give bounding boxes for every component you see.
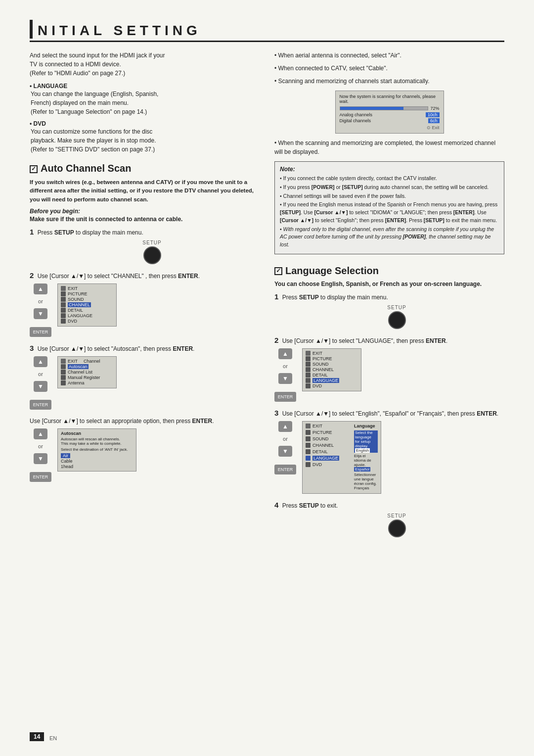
screen-step3b: Autoscan Autoscan will rescan all channe… bbox=[57, 428, 136, 472]
lang-step-1: 1 Press SETUP to display the main menu. … bbox=[274, 292, 504, 329]
lang-setup-illustration-4: SETUP bbox=[289, 513, 504, 537]
lang-up-arrow-3: ▲ bbox=[278, 421, 292, 432]
language-selection-heading: Language Selection bbox=[274, 265, 504, 277]
step-1: 1 Press SETUP to display the main menu. … bbox=[30, 228, 260, 264]
screen-row-exit: EXIT bbox=[61, 286, 113, 291]
step-2-illustration: ▲ or ▼ ENTER EXIT PIC bbox=[30, 284, 260, 337]
enter-button-3b: ENTER bbox=[30, 472, 51, 482]
lang-enter-button: ENTER bbox=[274, 392, 296, 402]
page-number: 14 bbox=[30, 732, 44, 741]
scan-exit: ⊙ Exit bbox=[340, 125, 440, 130]
down-arrow-3: ▼ bbox=[34, 381, 47, 392]
dvd-bullet: • DVD You can customize some functions f… bbox=[30, 120, 260, 154]
warning-text: If you switch wires (e.g., between anten… bbox=[30, 178, 260, 204]
down-arrow-3b: ▼ bbox=[34, 453, 47, 464]
lang-step-4: 4 Press SETUP to exit. SETUP bbox=[274, 501, 504, 537]
scan-complete-text: • When the scanning and memorizing are c… bbox=[274, 139, 504, 156]
lang-up-arrow: ▲ bbox=[278, 348, 292, 359]
lang-step2-illustration: ▲ or ▼ ENTER EXIT PICTURE bbox=[274, 348, 504, 402]
right-column: • When aerial antenna is connected, sele… bbox=[274, 51, 504, 544]
lang-down-arrow: ▼ bbox=[278, 373, 292, 384]
lang-step3-illustration: ▲ or ▼ ENTER EXIT PICTURE SOUND bbox=[274, 421, 504, 494]
setup-illustration-1: SETUP bbox=[44, 240, 260, 264]
lang-down-arrow-3: ▼ bbox=[278, 446, 292, 457]
before-begin: Before you begin: bbox=[30, 208, 260, 215]
setup-button-icon bbox=[143, 246, 161, 264]
lang-step-3: 3 Use [Cursor ▲/▼] to select "English", … bbox=[274, 409, 504, 494]
lang-setup-button-icon-4 bbox=[388, 520, 406, 537]
up-arrow-3b: ▲ bbox=[34, 428, 47, 439]
lang-step3-controls: ▲ or ▼ ENTER bbox=[274, 421, 296, 474]
step-3b-illustration: ▲ or ▼ ENTER Autoscan Autoscan will resc… bbox=[30, 428, 260, 482]
language-bullet: • LANGUAGE You can change the language (… bbox=[30, 83, 260, 116]
note-box: Note: If you connect the cable system di… bbox=[274, 161, 504, 254]
screen-step3: EXIT Channel Autoscan Channel List bbox=[57, 356, 117, 388]
step-2-controls: ▲ or ▼ ENTER bbox=[30, 284, 51, 337]
lang-screen-step3: EXIT PICTURE SOUND CHANNEL DETAIL LANGUA… bbox=[302, 421, 381, 494]
lang-screen-step2: EXIT PICTURE SOUND CHANNEL bbox=[302, 348, 361, 391]
step-3: 3 Use [Cursor ▲/▼] to select "Autoscan",… bbox=[30, 344, 260, 410]
lang-step-2: 2 Use [Cursor ▲/▼] to select "LANGUAGE",… bbox=[274, 336, 504, 402]
analog-channels-row: Analog channels 10ch bbox=[340, 112, 440, 117]
lang-enter-button-3: ENTER bbox=[274, 465, 296, 474]
screen-step2: EXIT PICTURE SOUND CHANNEL bbox=[57, 284, 117, 327]
digital-channels-row: Digital channels 6ch bbox=[340, 118, 440, 123]
step-3-illustration: ▲ or ▼ ENTER EXIT Channel bbox=[30, 356, 260, 410]
page: NITIAL SETTING And select the sound inpu… bbox=[0, 0, 534, 756]
right-intro-bullets: • When aerial antenna is connected, sele… bbox=[274, 51, 504, 86]
intro-text: And select the sound input for the HDMI … bbox=[30, 51, 260, 78]
lang-step2-controls: ▲ or ▼ ENTER bbox=[274, 348, 296, 402]
lang-setup-button-icon bbox=[388, 311, 406, 329]
main-content: And select the sound input for the HDMI … bbox=[30, 51, 504, 544]
progress-row: 72% bbox=[340, 106, 440, 111]
step-3b-controls: ▲ or ▼ ENTER bbox=[30, 428, 51, 482]
step-2: 2 Use [Cursor ▲/▼] to select "CHANNEL" ,… bbox=[30, 271, 260, 337]
checkbox-icon bbox=[30, 165, 38, 173]
enter-button: ENTER bbox=[30, 327, 51, 337]
lang-setup-illustration: SETUP bbox=[289, 305, 504, 329]
page-header: NITIAL SETTING bbox=[30, 20, 504, 42]
step-3b: Use [Cursor ▲/▼] to select an appropriat… bbox=[30, 417, 260, 482]
progress-bar bbox=[340, 106, 429, 110]
up-arrow-3: ▲ bbox=[34, 356, 47, 367]
header-bar bbox=[30, 20, 33, 39]
up-arrow: ▲ bbox=[34, 284, 47, 294]
step-3-controls: ▲ or ▼ ENTER bbox=[30, 356, 51, 410]
left-column: And select the sound input for the HDMI … bbox=[30, 51, 260, 544]
page-en: EN bbox=[49, 735, 57, 741]
auto-channel-scan-heading: Auto Channel Scan bbox=[30, 163, 260, 174]
lang-checkbox-icon bbox=[274, 267, 282, 275]
before-begin-body: Make sure if the unit is connected to an… bbox=[30, 216, 260, 223]
down-arrow: ▼ bbox=[34, 308, 47, 319]
progress-fill bbox=[340, 107, 403, 110]
scan-screen: Now the system is scanning for channels,… bbox=[335, 91, 444, 134]
enter-button-3: ENTER bbox=[30, 400, 51, 410]
page-title: NITIAL SETTING bbox=[38, 23, 201, 39]
